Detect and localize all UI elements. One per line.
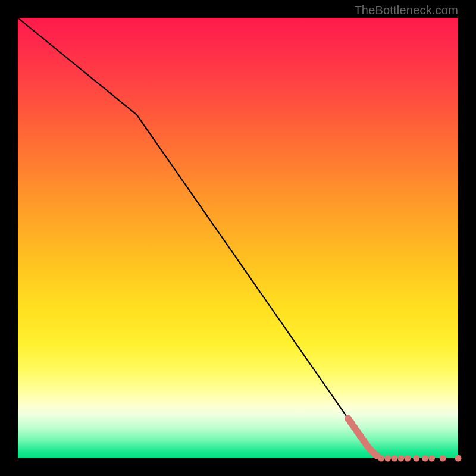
trend-line-path (18, 18, 458, 458)
data-point (404, 455, 411, 462)
data-point (422, 455, 428, 462)
trend-line (18, 18, 458, 458)
chart-overlay (18, 18, 458, 458)
watermark-text: TheBottleneck.com (354, 4, 458, 17)
data-point (455, 455, 462, 462)
chart-frame: TheBottleneck.com (0, 0, 476, 476)
data-point (384, 455, 391, 462)
data-point (440, 455, 446, 462)
data-point (391, 455, 397, 462)
plot-area (18, 18, 458, 458)
data-point (428, 455, 435, 462)
data-point (413, 455, 419, 462)
data-point (397, 455, 404, 462)
data-point (378, 455, 384, 462)
data-markers (345, 415, 462, 461)
